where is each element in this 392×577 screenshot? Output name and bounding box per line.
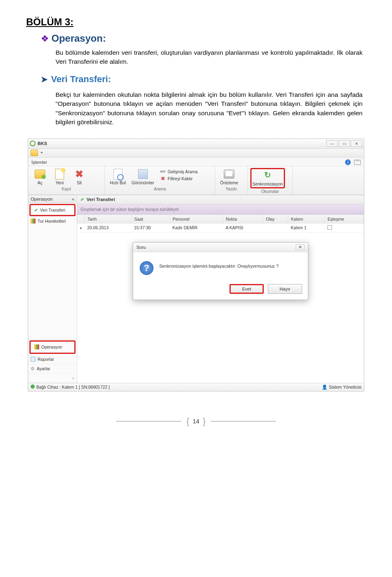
main-title: Veri Transferi — [87, 197, 115, 202]
brace-left-icon: { — [186, 416, 189, 427]
close-button[interactable]: ✕ — [351, 140, 362, 147]
chart-icon — [34, 344, 39, 349]
sidebar-nav-label: Ayarlar — [37, 366, 50, 371]
status-device: Bağlı Cihaz : Kalem 1 [ SN:06801722 ] — [31, 385, 110, 389]
new-file-icon — [55, 169, 64, 179]
delete-button[interactable]: ✖ Sil — [70, 168, 89, 186]
group-by-hint[interactable]: Gruplamak için bir sütun başlığını buray… — [77, 204, 364, 215]
sidebar-nav-operasyon[interactable]: Operasyon — [29, 340, 76, 354]
window-title: BKS — [38, 141, 47, 146]
dialog-yes-button[interactable]: Evet — [229, 284, 264, 294]
sidebar-section-operasyon[interactable]: Operasyon « — [28, 195, 77, 203]
ribbon-tab-islemler[interactable]: İşlemler — [31, 160, 47, 165]
new-label: Yeni — [56, 180, 64, 185]
operasyon-heading: Operasyon: — [51, 33, 106, 44]
table-row[interactable]: ▸ 20.06.2013 15:37:30 Kadir DEMİR A KAPI… — [78, 223, 364, 232]
col-kalem[interactable]: Kalem — [288, 215, 325, 223]
sidebar-item-veri-transferi[interactable]: ✔ Veri Transferi — [29, 204, 76, 216]
folder-icon[interactable] — [31, 150, 38, 156]
cell-nokta: A KAPISI — [223, 223, 263, 232]
bars-icon — [31, 219, 36, 224]
sidebar-item-label: Veri Transferi — [40, 208, 65, 212]
cell-personel: Kadir DEMİR — [170, 223, 223, 232]
delete-icon: ✖ — [75, 168, 83, 180]
views-button[interactable]: Görünümler — [129, 168, 156, 186]
open-button[interactable]: Aç — [31, 168, 49, 186]
preview-button[interactable]: Önizleme — [218, 168, 241, 186]
col-saat[interactable]: Saat — [131, 215, 170, 223]
app-screenshot: BKS — ▭ ✕ İşlemler i — [28, 139, 364, 391]
dialog-no-button[interactable]: Hayır — [268, 284, 302, 294]
binoculars-icon — [160, 169, 166, 174]
status-user: Sistem Yöneticisi — [322, 385, 361, 390]
delete-label: Sil — [77, 180, 82, 185]
col-personel[interactable]: Personel — [170, 215, 223, 223]
clear-filter-icon: ✖ — [160, 176, 166, 181]
grid-row-indicator-header — [78, 215, 85, 223]
page-footer: {14} — [26, 416, 366, 427]
advanced-search-button[interactable]: Gelişmiş Arama — [160, 169, 198, 174]
dropdown-icon[interactable] — [40, 152, 43, 154]
dialog-close-button[interactable]: ✕ — [296, 244, 305, 250]
group-title-arama: Arama — [107, 187, 212, 191]
user-icon — [322, 385, 329, 389]
sidebar-expand-icon[interactable]: » — [28, 373, 77, 383]
sidebar-section-label: Operasyon — [31, 197, 53, 201]
gear-icon: ⚙ — [31, 366, 35, 371]
quick-access-toolbar — [28, 149, 364, 158]
body-paragraph: Bekçi tur kaleminden okutulan nokta bilg… — [56, 90, 363, 127]
report-icon — [31, 357, 36, 362]
quick-find-button[interactable]: Hızlı Bul — [107, 168, 128, 186]
sidebar-nav-label: Raporlar — [38, 357, 54, 362]
folder-open-icon — [35, 170, 45, 179]
veri-transferi-heading: Veri Transferi: — [51, 74, 111, 85]
group-title-okumalar: Okumalar — [250, 189, 290, 194]
brace-right-icon: } — [203, 416, 205, 427]
maximize-button[interactable]: ▭ — [339, 140, 350, 147]
diamond-bullet-icon: ❖ — [41, 34, 49, 43]
views-label: Görünümler — [131, 180, 154, 185]
print-preview-icon — [224, 170, 234, 179]
quick-find-label: Hızlı Bul — [110, 180, 126, 185]
views-icon — [138, 169, 148, 179]
sidebar-nav-ayarlar[interactable]: ⚙ Ayarlar — [28, 364, 77, 373]
confirm-dialog: Soru ✕ ? Senkronizasyon işlemini başlaya… — [133, 242, 308, 300]
data-grid: Tarih Saat Personel Nokta Olay Kalem Eşl… — [77, 215, 364, 233]
col-eslesme[interactable]: Eşleşme — [325, 215, 364, 223]
main-panel: ✔ Veri Transferi Gruplamak için bir sütu… — [77, 195, 364, 383]
preview-label: Önizleme — [220, 180, 238, 185]
cell-kalem: Kalem 1 — [288, 223, 325, 232]
check-icon: ✔ — [34, 208, 38, 212]
dialog-message: Senkronizasyon işlemini başlayacaktır. O… — [159, 261, 278, 268]
app-logo-icon — [30, 141, 36, 146]
sidebar-nav-label: Operasyon — [41, 344, 62, 349]
open-label: Aç — [38, 180, 42, 185]
cell-saat: 15:37:30 — [131, 223, 170, 232]
sync-label: Senkronizasyon — [252, 181, 283, 186]
sidebar-item-tur-hareketleri[interactable]: Tur Hareketleri — [28, 217, 77, 225]
sync-button[interactable]: Senkronizasyon — [250, 168, 285, 188]
check-icon: ✔ — [80, 197, 84, 202]
sidebar-item-label: Tur Hareketleri — [38, 219, 66, 224]
minimize-button[interactable]: — — [326, 140, 338, 147]
col-olay[interactable]: Olay — [263, 215, 288, 223]
cell-tarih: 20.06.2013 — [85, 223, 132, 232]
row-indicator-icon: ▸ — [78, 223, 85, 232]
sidebar: Operasyon « ✔ Veri Transferi Tur Hareket… — [28, 195, 77, 383]
new-button[interactable]: Yeni — [50, 168, 69, 186]
info-icon[interactable]: i — [345, 159, 351, 165]
sidebar-nav-raporlar[interactable]: Raporlar — [28, 355, 77, 364]
intro-paragraph: Bu bölümde kalemden veri transferi, oluş… — [56, 48, 363, 67]
chevron-left-icon: « — [72, 197, 74, 201]
status-dot-icon — [31, 385, 35, 389]
col-nokta[interactable]: Nokta — [223, 215, 263, 223]
group-title-yazdir: Yazdır — [218, 187, 245, 191]
advanced-search-label: Gelişmiş Arama — [168, 169, 198, 174]
cell-eslesme — [325, 223, 364, 232]
mail-icon[interactable] — [354, 160, 361, 165]
checkbox-icon[interactable] — [327, 225, 332, 230]
sync-icon — [262, 170, 273, 181]
col-tarih[interactable]: Tarih — [85, 215, 132, 223]
section-title: BÖLÜM 3: — [26, 16, 366, 28]
clear-filter-button[interactable]: ✖ Filtreyi Kaldır — [160, 176, 198, 181]
